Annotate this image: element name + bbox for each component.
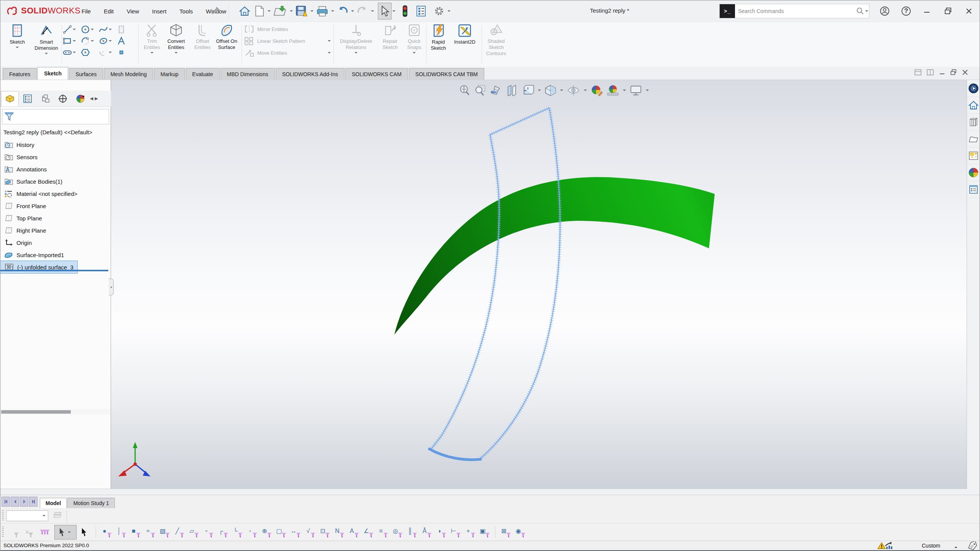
filter-center-of-mass-icon[interactable]: ◑ <box>434 525 447 539</box>
featuremanager-tree-tab[interactable] <box>1 91 19 106</box>
smart-dimension-button[interactable]: Smart Dimension <box>32 23 61 56</box>
tree-item-origin[interactable]: Origin <box>0 236 111 249</box>
units-dropdown-icon[interactable] <box>954 545 957 548</box>
fillet-icon[interactable] <box>99 48 117 57</box>
filter-centerlines-icon[interactable]: ▢ <box>274 525 287 539</box>
appearances-scenes-icon[interactable] <box>967 164 980 181</box>
ellipse-dropdown-icon[interactable] <box>109 40 112 43</box>
edit-appearance-icon[interactable] <box>590 84 604 97</box>
undo-icon[interactable] <box>335 3 350 20</box>
tab-scroll-right-icon[interactable]: ▶ <box>95 96 98 101</box>
doc-minimize-icon[interactable] <box>938 68 946 76</box>
redo-icon[interactable] <box>355 3 370 20</box>
3dexperience-icon[interactable] <box>967 80 980 97</box>
model-tab[interactable]: Model <box>40 498 67 509</box>
section-view-icon[interactable] <box>505 84 519 97</box>
point-icon[interactable] <box>117 48 135 57</box>
new-dropdown-icon[interactable] <box>268 10 271 13</box>
design-library-icon[interactable] <box>967 114 980 130</box>
last-sheet-icon[interactable] <box>29 497 38 507</box>
tree-item-front-plane[interactable]: Front Plane <box>0 200 111 212</box>
slot-icon[interactable] <box>63 48 81 57</box>
view-settings-icon[interactable] <box>629 84 643 97</box>
filter-solid-bodies-icon[interactable]: ▧ <box>157 525 170 539</box>
tree-item-sensors[interactable]: Sensors <box>0 151 111 163</box>
rapid-sketch-button[interactable]: Rapid Sketch <box>428 23 449 51</box>
smart-dimension-dropdown-icon[interactable] <box>45 53 48 56</box>
magnified-selection-icon[interactable] <box>78 525 91 539</box>
display-style-icon[interactable] <box>544 84 557 97</box>
filter-sketch-segments-icon[interactable]: └ <box>230 525 243 539</box>
restore-button[interactable] <box>939 0 957 22</box>
select-arrow-icon[interactable] <box>378 3 392 20</box>
tab-scroll-left-icon[interactable]: ◀ <box>90 96 93 101</box>
pane-icon-1[interactable] <box>914 68 922 76</box>
layer-combo-dropdown-icon[interactable] <box>42 515 46 518</box>
rectangle-icon[interactable] <box>63 36 81 46</box>
offset-entities-button[interactable]: Offset Entities <box>191 23 214 51</box>
search-dropdown-icon[interactable] <box>865 10 868 13</box>
doc-close-icon[interactable] <box>961 68 969 76</box>
pin-menu-icon[interactable] <box>212 7 220 16</box>
dimxpert-manager-tab[interactable] <box>54 91 72 106</box>
search-input[interactable] <box>735 8 856 14</box>
select-tool-button[interactable] <box>54 525 77 540</box>
sketch-button[interactable]: Sketch <box>3 23 31 50</box>
zoom-to-area-icon[interactable] <box>474 84 487 97</box>
view-settings-dropdown-icon[interactable] <box>646 90 649 93</box>
filter-dimensions-icon[interactable]: ↔ <box>288 525 301 539</box>
options-gear-icon[interactable] <box>431 3 447 20</box>
quick-snaps-dropdown-icon[interactable] <box>413 52 416 55</box>
filter-geometric-tolerances-icon[interactable]: ⊡ <box>317 525 330 539</box>
arc-icon[interactable] <box>81 36 99 46</box>
filter-sketches-icon[interactable]: ┌ <box>216 525 229 539</box>
filter-wireframe-icon[interactable]: ⊠ <box>498 525 511 539</box>
menu-item[interactable]: Insert <box>152 8 167 15</box>
file-explorer-icon[interactable] <box>967 130 980 147</box>
sketch-picture-icon[interactable] <box>117 25 135 34</box>
arc-dropdown-icon[interactable] <box>91 40 94 43</box>
line-dropdown-icon[interactable] <box>73 29 76 32</box>
search-icon[interactable] <box>856 7 864 15</box>
previous-view-icon[interactable] <box>489 84 503 97</box>
tree-horizontal-scrollbar[interactable] <box>0 409 111 415</box>
tree-item-top-plane[interactable]: Top Plane <box>0 212 111 224</box>
view-orientation-icon[interactable] <box>521 84 535 97</box>
search-commands-box[interactable]: >_ <box>719 4 869 18</box>
hide-filter-toolbar-icon[interactable] <box>6 525 19 539</box>
trim-dropdown-icon[interactable] <box>150 52 154 55</box>
rectangle-dropdown-icon[interactable] <box>73 40 76 43</box>
command-tab[interactable]: Sketch <box>38 67 68 80</box>
command-tab[interactable]: Evaluate <box>186 68 219 80</box>
tree-item-material[interactable]: Material <not specified> <box>0 187 111 200</box>
shaded-sketch-contours-button[interactable]: Shaded Sketch Contours <box>483 23 509 57</box>
linear-pattern-dropdown-icon[interactable] <box>328 40 331 43</box>
options-dropdown-icon[interactable] <box>448 10 451 13</box>
login-button[interactable] <box>875 0 894 22</box>
close-button[interactable] <box>960 0 978 22</box>
filter-connection-points-icon[interactable]: ⊢ <box>448 525 461 539</box>
apply-scene-icon[interactable] <box>606 84 620 97</box>
scrollbar-thumb[interactable] <box>1 410 71 414</box>
spline-dropdown-icon[interactable] <box>109 29 112 32</box>
command-tab[interactable]: Mesh Modeling <box>104 68 153 80</box>
hide-show-items-icon[interactable] <box>566 84 581 97</box>
property-manager-tab[interactable] <box>19 91 36 106</box>
tree-item-surface-bodies[interactable]: Surface Bodies(1) <box>0 175 111 187</box>
tree-item-surface-imported[interactable]: Surface-Imported1 <box>0 249 111 261</box>
menu-item[interactable]: Tools <box>180 8 193 15</box>
command-tab[interactable]: Markup <box>154 68 185 80</box>
move-entities-dropdown-icon[interactable] <box>328 52 331 55</box>
filter-vertices-icon[interactable]: ● <box>99 525 112 539</box>
tree-item-annotations[interactable]: Annotations <box>0 163 111 175</box>
command-tab[interactable]: SOLIDWORKS CAM <box>345 68 408 80</box>
motion-study-tab[interactable]: Motion Study 1 <box>67 498 114 509</box>
filter-edges-icon[interactable]: │ <box>114 525 127 539</box>
filter-axes-icon[interactable]: ╱ <box>172 525 185 539</box>
home-icon[interactable] <box>237 3 252 20</box>
rebuild-traffic-light-icon[interactable] <box>400 3 410 20</box>
open-icon[interactable] <box>271 3 289 20</box>
fillet-dropdown-icon[interactable] <box>109 52 112 55</box>
toolbar-grip[interactable] <box>2 527 4 538</box>
trim-entities-button[interactable]: Trim Entities <box>141 23 163 55</box>
